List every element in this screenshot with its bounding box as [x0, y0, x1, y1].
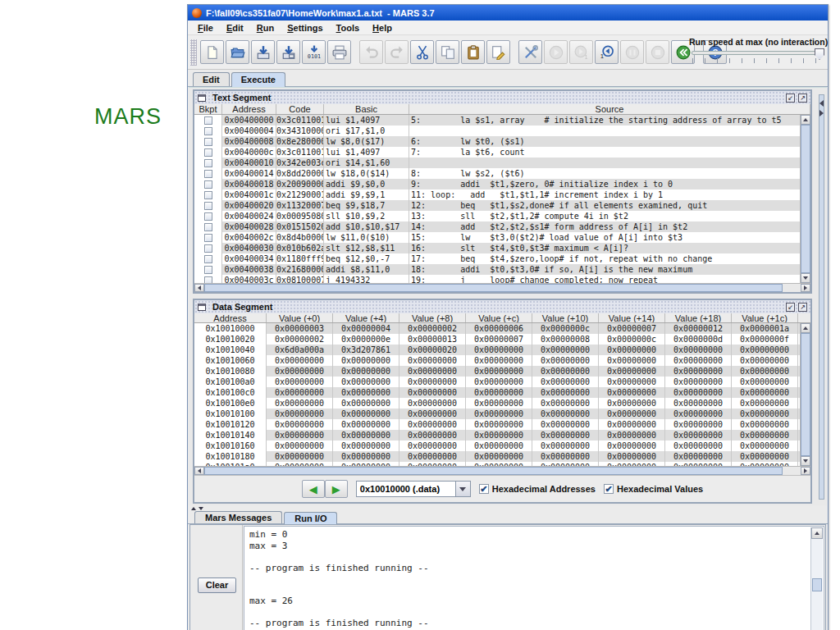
cell-value[interactable]: 0x00000000 — [599, 366, 665, 377]
cell-value[interactable]: 0x00000000 — [665, 366, 732, 377]
cell-value[interactable]: 0x00000000 — [267, 409, 333, 419]
cell-value[interactable]: 0x00000000 — [532, 345, 599, 355]
breakpoint-checkbox[interactable] — [204, 234, 212, 242]
menu-run[interactable]: Run — [250, 22, 281, 34]
breakpoint-checkbox[interactable] — [204, 127, 212, 135]
cell-value[interactable]: 0x00000000 — [665, 377, 732, 387]
cell-value[interactable]: 0x00000000 — [599, 409, 665, 419]
cell-value[interactable]: 0x00000000 — [732, 345, 798, 355]
save-button[interactable] — [251, 40, 275, 64]
assemble-button[interactable] — [518, 40, 542, 64]
scroll-up-icon[interactable] — [811, 527, 823, 539]
cell-value[interactable]: 0x00000000 — [267, 377, 333, 387]
scroll-down-icon[interactable] — [801, 456, 810, 466]
breakpoint-checkbox[interactable] — [204, 202, 212, 210]
cell-value[interactable]: 0x00000000 — [333, 419, 399, 430]
breakpoint-checkbox[interactable] — [204, 276, 212, 284]
menu-help[interactable]: Help — [366, 22, 399, 34]
hscroll-thumb[interactable] — [204, 467, 783, 475]
cell-value[interactable]: 0x00000002 — [399, 323, 466, 334]
cell-value[interactable]: 0x00000000 — [399, 451, 466, 462]
cell-value[interactable]: 0x00000000 — [466, 409, 532, 419]
text-segment-titlebar[interactable]: Text Segment ↙ ↗ — [194, 91, 810, 104]
cell-value[interactable]: 0x3d207861 — [333, 345, 399, 355]
cell-value[interactable]: 0x00000000 — [267, 430, 333, 441]
cell-value[interactable]: 0x00000000 — [532, 451, 599, 462]
cell-value[interactable]: 0x00000000 — [665, 419, 732, 430]
cell-value[interactable]: 0x00000000 — [399, 430, 466, 441]
cell-value[interactable]: 0x00000000 — [732, 419, 798, 430]
cell-value[interactable]: 0x00000000 — [732, 366, 798, 377]
scroll-up-icon[interactable] — [801, 323, 810, 333]
breakpoint-checkbox[interactable] — [204, 138, 212, 146]
cell-value[interactable]: 0x00000000 — [599, 441, 665, 451]
registers-split-divider[interactable] — [819, 94, 824, 500]
window-titlebar[interactable]: F:\fall09\cs351fa07\HomeWork\max1.a.txt … — [188, 5, 828, 21]
cell-value[interactable]: 0x00000000 — [665, 462, 732, 466]
cell-value[interactable]: 0x00000000 — [532, 462, 599, 466]
cell-value[interactable]: 0x00000000 — [732, 398, 798, 409]
cell-value[interactable]: 0x00000000 — [532, 430, 599, 441]
cell-value[interactable]: 0x00000000 — [732, 441, 798, 451]
hscroll-thumb[interactable] — [204, 284, 783, 292]
table-vscrollbar[interactable] — [800, 115, 810, 283]
clear-button[interactable]: Clear — [198, 578, 236, 593]
cell-value[interactable]: 0x00000000 — [466, 377, 532, 387]
cell-value[interactable]: 0x00000000 — [466, 366, 532, 377]
scroll-up-icon[interactable] — [801, 115, 810, 125]
chevron-down-icon[interactable] — [456, 481, 471, 497]
cell-value[interactable]: 0x00000000 — [532, 355, 599, 366]
tab-edit[interactable]: Edit — [193, 72, 230, 86]
cell-value[interactable]: 0x00000000 — [399, 441, 466, 451]
cell-value[interactable]: 0x00000000 — [399, 387, 466, 398]
breakpoint-checkbox[interactable] — [204, 255, 212, 263]
menu-file[interactable]: File — [191, 22, 220, 34]
prev-data-block-button[interactable]: ◀ — [302, 480, 325, 498]
cell-value[interactable]: 0x00000000 — [267, 387, 333, 398]
cell-value[interactable]: 0x00000000 — [599, 430, 665, 441]
cell-value[interactable]: 0x0000001a — [732, 323, 798, 334]
cell-value[interactable]: 0x0000000f — [732, 334, 798, 345]
cell-value[interactable]: 0x00000000 — [267, 419, 333, 430]
collapse-down-icon[interactable] — [199, 507, 203, 510]
cell-value[interactable]: 0x00000000 — [333, 387, 399, 398]
copy-button[interactable] — [436, 40, 459, 64]
dump-memory-button[interactable]: 0101 — [302, 40, 326, 64]
vscroll-thumb[interactable] — [812, 578, 822, 591]
menu-tools[interactable]: Tools — [330, 22, 367, 34]
expand-up-icon[interactable] — [191, 507, 196, 510]
cell-value[interactable]: 0x00000000 — [599, 398, 665, 409]
cell-value[interactable]: 0x00000000 — [466, 441, 532, 451]
cell-value[interactable]: 0x00000007 — [599, 323, 665, 334]
cell-value[interactable]: 0x00000000 — [466, 462, 532, 466]
hex-values-checkbox[interactable]: ✔ Hexadecimal Values — [604, 484, 703, 494]
breakpoint-checkbox[interactable] — [204, 244, 212, 253]
vscroll-thumb[interactable] — [801, 125, 810, 273]
backstep-button[interactable]: 1 — [595, 40, 619, 64]
cell-value[interactable]: 0x00000000 — [466, 451, 532, 462]
cell-value[interactable]: 0x00000003 — [267, 323, 333, 334]
new-file-button[interactable] — [200, 40, 224, 64]
menu-edit[interactable]: Edit — [220, 22, 250, 34]
cell-value[interactable]: 0x00000000 — [732, 355, 798, 366]
cell-value[interactable]: 0x0000000d — [665, 334, 732, 345]
console-split-divider[interactable] — [188, 505, 828, 511]
cell-value[interactable]: 0x00000000 — [399, 366, 466, 377]
cell-value[interactable]: 0x00000000 — [599, 451, 665, 462]
scroll-down-icon[interactable] — [801, 273, 810, 283]
cell-value[interactable]: 0x00000000 — [665, 345, 732, 355]
tab-run-i-o[interactable]: Run I/O — [284, 512, 337, 524]
cell-value[interactable]: 0x00000007 — [466, 334, 532, 345]
cell-value[interactable]: 0x00000000 — [333, 441, 399, 451]
scroll-left-icon[interactable] — [194, 284, 204, 292]
cell-value[interactable]: 0x00000000 — [599, 462, 665, 466]
save-as-button[interactable] — [276, 40, 300, 64]
data-block-combo[interactable]: 0x10010000 (.data) — [356, 481, 471, 497]
cell-value[interactable]: 0x00000000 — [399, 409, 466, 419]
cell-value[interactable]: 0x00000000 — [732, 451, 798, 462]
cell-value[interactable]: 0x00000000 — [399, 377, 466, 387]
cell-value[interactable]: 0x00000000 — [732, 430, 798, 441]
breakpoint-checkbox[interactable] — [204, 148, 212, 157]
console-vscrollbar[interactable] — [810, 527, 823, 630]
cell-value[interactable]: 0x00000000 — [333, 451, 399, 462]
